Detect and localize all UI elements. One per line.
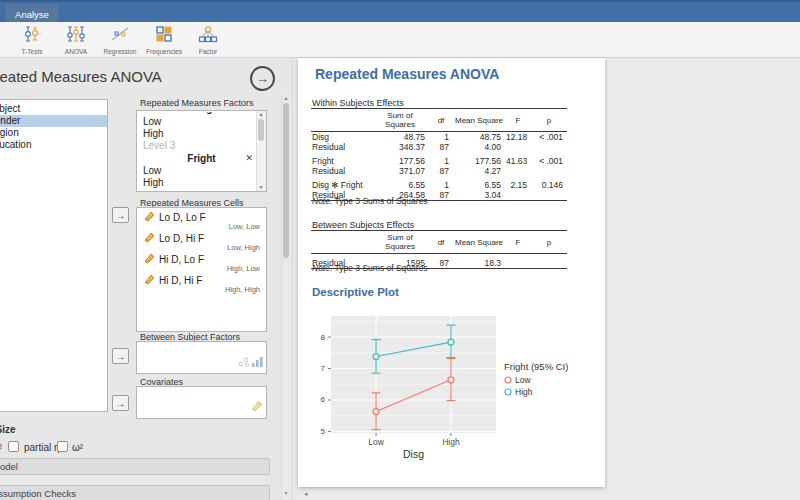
scroll-up-icon[interactable]: ▲	[282, 95, 290, 102]
close-icon[interactable]: ✕	[245, 152, 253, 165]
options-scrollbar[interactable]: ▲ ▼	[281, 94, 290, 500]
table-row: Residual371.07874.27	[311, 166, 567, 176]
factor-level-item[interactable]: High	[137, 177, 266, 189]
scroll-up-icon[interactable]: ▲	[257, 111, 265, 118]
cell-name: Lo D, Lo F	[159, 212, 206, 223]
table-header-row: Sum of SquaresdfMean SquareFp	[311, 231, 567, 254]
svg-text:High: High	[515, 387, 533, 397]
anova-label: ANOVA	[65, 48, 87, 55]
factor-item-fright[interactable]: Fright ✕	[137, 152, 266, 165]
partial-eta-squared-checkbox[interactable]	[8, 441, 19, 452]
factors-scrollbar[interactable]: ▲ ▼	[256, 111, 266, 191]
factors-listbox: Disg Low High Level 3 Fright ✕ Low High …	[136, 110, 267, 192]
table-header-row: Sum of SquaresdfMean SquareFp	[311, 109, 567, 132]
factor-level-item[interactable]: Low	[137, 165, 266, 177]
between-listbox[interactable]	[136, 341, 267, 374]
descriptive-plot: 5678LowHighDisgFright (95% CI)LowHigh	[304, 304, 599, 476]
omega-squared-label[interactable]: ω²	[72, 442, 83, 453]
right-arrow-icon: →	[116, 398, 126, 409]
factors-box-label: Repeated Measures Factors	[140, 98, 254, 108]
anova-button[interactable]: ANOVA	[54, 22, 98, 57]
svg-text:Low: Low	[515, 375, 531, 385]
cells-listbox: Lo D, Lo F Low, Low Lo D, Hi F Low, High…	[136, 207, 267, 332]
svg-text:5: 5	[321, 427, 326, 436]
tab-analyse-label: Analyse	[15, 9, 49, 20]
right-arrow-icon: →	[256, 71, 269, 86]
table-row: Disg48.75148.7512.18< .001	[311, 132, 567, 143]
factor-level-item[interactable]: Low	[137, 116, 266, 128]
scrollbar-thumb[interactable]	[258, 119, 264, 141]
within-table-caption: Within Subjects Effects	[312, 98, 404, 108]
factor-label: Factor	[199, 48, 217, 55]
effect-size-header: Effect Size	[0, 424, 16, 435]
svg-text:7: 7	[321, 364, 326, 373]
descriptive-plot-svg: 5678LowHighDisgFright (95% CI)LowHigh	[304, 304, 599, 472]
variable-item-subject[interactable]: Subject	[0, 103, 107, 115]
svg-text:High: High	[442, 437, 460, 447]
factor-level-item[interactable]: High	[137, 128, 266, 140]
within-subjects-table: Sum of SquaresdfMean SquareFp Disg48.751…	[311, 108, 567, 201]
scroll-left-icon[interactable]: ◂	[304, 490, 308, 498]
between-table-note: Note. Type 3 Sums of Squares	[312, 263, 428, 273]
descriptive-plot-heading: Descriptive Plot	[312, 286, 399, 298]
transfer-to-covariates-button[interactable]: →	[112, 395, 129, 411]
variables-list: Subject Gender Region Education	[0, 99, 108, 412]
within-table-note: Note. Type 3 Sums of Squares	[312, 196, 428, 206]
continuous-ruler-icon	[143, 210, 155, 224]
svg-text:Low: Low	[368, 437, 384, 447]
cell-item[interactable]: Lo D, Hi F Low, High	[137, 232, 266, 253]
continuous-ruler-icon	[143, 252, 155, 266]
transfer-to-cells-button[interactable]: →	[112, 207, 129, 223]
eta-squared-label: η²	[0, 442, 2, 453]
variable-item-education[interactable]: Education	[0, 139, 107, 151]
analysis-options-panel: Repeated Measures ANOVA → Subject Gender…	[0, 58, 292, 500]
regression-label: Regression	[104, 48, 137, 55]
frequencies-button[interactable]: Frequencies	[142, 22, 186, 57]
scroll-down-icon[interactable]: ▼	[282, 490, 290, 497]
scrollbar-thumb[interactable]	[283, 103, 289, 258]
cell-item[interactable]: Hi D, Hi F High, High	[137, 274, 266, 295]
frequencies-icon	[155, 25, 173, 47]
continuous-ruler-icon	[143, 273, 155, 287]
factor-icon	[198, 25, 218, 47]
tab-analyse[interactable]: Analyse	[6, 4, 58, 24]
transfer-to-between-button[interactable]: →	[112, 348, 129, 364]
frequencies-label: Frequencies	[146, 48, 182, 55]
variable-item-gender[interactable]: Gender	[0, 115, 107, 127]
right-arrow-icon: →	[116, 351, 126, 362]
nominal-icon	[238, 353, 250, 371]
cell-combo: High, High	[143, 286, 260, 294]
omega-squared-checkbox[interactable]	[57, 441, 68, 452]
svg-text:Fright (95% CI): Fright (95% CI)	[504, 361, 568, 372]
table-row: Residual348.37874.00	[311, 142, 567, 152]
svg-text:8: 8	[321, 333, 326, 342]
right-arrow-icon: →	[116, 210, 126, 221]
svg-text:6: 6	[321, 395, 326, 404]
scroll-down-icon[interactable]: ▼	[257, 184, 265, 191]
cell-name: Hi D, Hi F	[159, 275, 202, 286]
regression-button[interactable]: Regression	[98, 22, 142, 57]
cell-name: Lo D, Hi F	[159, 233, 204, 244]
cell-item[interactable]: Hi D, Lo F High, Low	[137, 253, 266, 274]
section-model[interactable]: Model	[0, 458, 270, 475]
cell-item[interactable]: Lo D, Lo F Low, Low	[137, 211, 266, 232]
cell-combo: Low, Low	[143, 223, 260, 231]
results-page: Repeated Measures ANOVA Within Subjects …	[298, 58, 605, 487]
cell-combo: High, Low	[143, 265, 260, 273]
anova-icon	[65, 25, 87, 47]
regression-icon	[110, 25, 130, 47]
factor-name: Fright	[187, 153, 215, 164]
options-panel-title: Repeated Measures ANOVA	[0, 68, 162, 85]
section-assumption-checks[interactable]: Assumption Checks	[0, 485, 270, 500]
ttests-label: T-Tests	[22, 48, 43, 55]
covariates-listbox[interactable]	[136, 386, 267, 419]
analysis-toolbar: T-Tests ANOVA Regression Frequencies	[0, 22, 800, 58]
factor-level-placeholder[interactable]: Level 3	[137, 140, 266, 152]
between-table-caption: Between Subjects Effects	[312, 220, 414, 230]
cell-name: Hi D, Lo F	[159, 254, 204, 265]
proceed-arrow-button[interactable]: →	[250, 66, 275, 91]
results-area: Repeated Measures ANOVA Within Subjects …	[292, 58, 800, 500]
variable-item-region[interactable]: Region	[0, 127, 107, 139]
ttests-button[interactable]: T-Tests	[10, 22, 54, 57]
factor-button[interactable]: Factor	[186, 22, 230, 57]
